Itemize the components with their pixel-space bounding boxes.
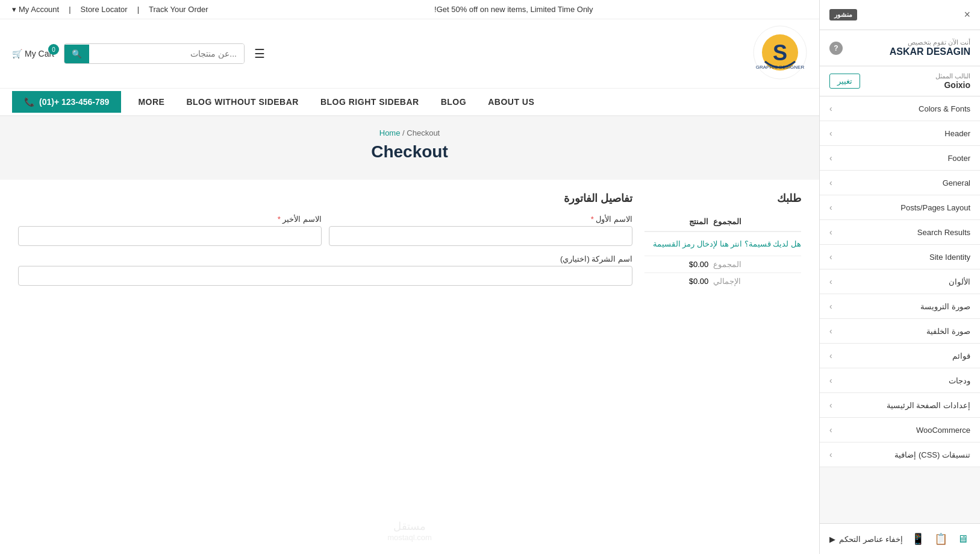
subtotal-value: $0.00: [644, 256, 711, 273]
chevron-left-icon: ‹: [829, 128, 832, 138]
order-table: المنتج المجموع هل لديك قسيمة؟ انتر هنا ل…: [644, 212, 801, 289]
phone-icon: 📞: [24, 97, 34, 107]
chevron-left-icon: ‹: [829, 252, 832, 262]
change-template-button[interactable]: تغيير: [829, 74, 860, 89]
customize-name: ASKAR DESAGIN: [890, 46, 970, 57]
menu-item-menus[interactable]: ‹ قوائم: [820, 344, 980, 368]
chevron-left-icon: ‹: [829, 301, 832, 311]
page-header: Home / Checkout Checkout: [0, 116, 819, 180]
tablet-view-btn[interactable]: 📋: [932, 530, 950, 548]
first-name-required: *: [591, 215, 594, 224]
close-button[interactable]: ×: [964, 8, 970, 21]
breadcrumb-home[interactable]: Home: [379, 128, 401, 137]
phone-button[interactable]: 📞 (01)+ 123-456-789: [12, 91, 121, 113]
menu-item-label: ودجات: [949, 376, 970, 385]
subtotal-label: المجموع: [711, 256, 801, 273]
menu-item-posts-layout[interactable]: ‹ Posts/Pages Layout: [820, 195, 980, 220]
billing-title: تفاصيل الفاتورة: [18, 192, 632, 205]
chevron-left-icon: ‹: [829, 450, 832, 459]
mobile-view-btn[interactable]: 📱: [909, 530, 927, 548]
coupon-link[interactable]: هل لديك قسيمة؟ انتر هنا لإدخال رمز القسي…: [644, 239, 801, 248]
company-input[interactable]: [18, 266, 632, 286]
menu-item-search-results[interactable]: ‹ Search Results: [820, 220, 980, 245]
footer-icons: 📱 📋 🖥: [909, 530, 970, 548]
last-name-input[interactable]: [18, 226, 322, 246]
promo-banner: !Get 50% off on new items, Limited Time …: [220, 5, 807, 14]
hide-controls-btn[interactable]: ▶ إخفاء عناصر التحكم: [829, 535, 903, 544]
panel-header: منشور ×: [820, 0, 980, 30]
menu-item-label: Header: [944, 129, 970, 138]
track-order-link[interactable]: Track Your Order: [149, 5, 208, 14]
nav-item-blog-no-sidebar[interactable]: BLOG WITHOUT SIDEBAR: [175, 89, 310, 115]
nav-item-blog[interactable]: BLOG: [430, 89, 477, 115]
menu-item-additional-css[interactable]: ‹ تنسيقات (CSS) إضافية: [820, 442, 980, 467]
nav-item-more[interactable]: MORE: [127, 89, 175, 115]
menu-item-label: إعدادات الصفحة الرئيسية: [887, 401, 970, 410]
first-name-input[interactable]: [329, 226, 632, 246]
panel-template: تغيير النالب الممثل Goixio: [820, 66, 980, 96]
chevron-left-icon: ‹: [829, 425, 832, 435]
chevron-left-icon: ‹: [829, 178, 832, 187]
main-content: ▾ My Account | Store Locator | Track You…: [0, 0, 819, 554]
site-header: 🛒 My Cart 0 🔍 ☰ S GRAPHIC DESIGNER: [0, 19, 819, 89]
top-bar-left: ▾ My Account | Store Locator | Track You…: [12, 5, 208, 14]
my-account-label: My Account: [19, 5, 59, 14]
desktop-view-btn[interactable]: 🖥: [955, 530, 970, 548]
search-input[interactable]: [89, 44, 244, 63]
menu-item-homepage-settings[interactable]: ‹ إعدادات الصفحة الرئيسية: [820, 393, 980, 418]
panel-menu: ‹ Colors & Fonts ‹ Header ‹ Footer ‹ Gen…: [820, 96, 980, 523]
menu-item-label: صورة الخلفية: [926, 327, 970, 336]
menu-item-footer[interactable]: ‹ Footer: [820, 146, 980, 171]
menu-item-woocommerce[interactable]: ‹ WooCommerce: [820, 418, 980, 442]
panel-footer: ▶ إخفاء عناصر التحكم 📱 📋 🖥: [820, 523, 980, 554]
last-name-required: *: [278, 215, 281, 224]
menu-item-colors[interactable]: ‹ الألوان: [820, 269, 980, 294]
cart-button[interactable]: 🛒 My Cart 0: [12, 49, 54, 58]
search-box: 🔍: [64, 43, 245, 64]
chevron-left-icon: ‹: [829, 376, 832, 385]
my-account-btn[interactable]: ▾ My Account: [12, 5, 59, 14]
menu-item-colors-fonts[interactable]: ‹ Colors & Fonts: [820, 96, 980, 121]
breadcrumb: Home / Checkout: [24, 128, 795, 137]
chevron-left-icon: ‹: [829, 153, 832, 163]
chevron-down-icon: ▾: [12, 5, 16, 14]
hamburger-menu[interactable]: ☰: [254, 46, 265, 61]
menu-item-general[interactable]: ‹ General: [820, 171, 980, 195]
help-icon[interactable]: ?: [829, 42, 843, 55]
site-logo: S GRAPHIC DESIGNER: [753, 25, 807, 82]
menu-item-site-identity[interactable]: ‹ Site Identity: [820, 245, 980, 269]
menu-item-label: Colors & Fonts: [919, 104, 970, 113]
play-icon: ▶: [829, 535, 835, 544]
cart-icon: 🛒: [12, 49, 22, 58]
svg-text:S: S: [773, 40, 787, 65]
logo-svg: S GRAPHIC DESIGNER: [753, 25, 807, 80]
panel-header-title: منشور: [829, 9, 857, 20]
menu-item-widgets[interactable]: ‹ ودجات: [820, 368, 980, 393]
chevron-left-icon: ‹: [829, 326, 832, 336]
first-name-group: الاسم الأول *: [329, 215, 632, 246]
menu-item-label: Footer: [947, 154, 970, 163]
total-label: الإجمالي: [711, 273, 801, 290]
template-name: Goixio: [935, 80, 970, 90]
menu-item-label: General: [943, 178, 970, 187]
customize-subtitle: أنت الآن تقوم بتخصيص: [890, 39, 970, 46]
menu-item-label: صورة الترويسة: [920, 302, 970, 311]
store-locator-link[interactable]: Store Locator: [81, 5, 128, 14]
menu-item-header-image[interactable]: ‹ صورة الترويسة: [820, 294, 980, 319]
col-product: المنتج: [644, 212, 711, 231]
nav-item-blog-right-sidebar[interactable]: BLOG RIGHT SIDEBAR: [310, 89, 430, 115]
template-label: النالب الممثل: [935, 72, 970, 80]
chevron-left-icon: ‹: [829, 277, 832, 286]
mobile-icon: 📱: [911, 533, 925, 545]
last-name-group: الاسم الأخير *: [18, 215, 322, 246]
company-row: اسم الشركة (اختياري): [18, 254, 632, 286]
nav-item-about[interactable]: ABOUT US: [477, 89, 545, 115]
first-name-label: الاسم الأول *: [329, 215, 632, 224]
name-row: الاسم الأخير * الاسم الأول *: [18, 215, 632, 246]
cart-badge: 0: [48, 44, 59, 55]
company-group: اسم الشركة (اختياري): [18, 254, 632, 286]
menu-item-header[interactable]: ‹ Header: [820, 121, 980, 146]
search-button[interactable]: 🔍: [64, 45, 89, 63]
company-label: اسم الشركة (اختياري): [18, 254, 632, 263]
menu-item-background-image[interactable]: ‹ صورة الخلفية: [820, 319, 980, 344]
